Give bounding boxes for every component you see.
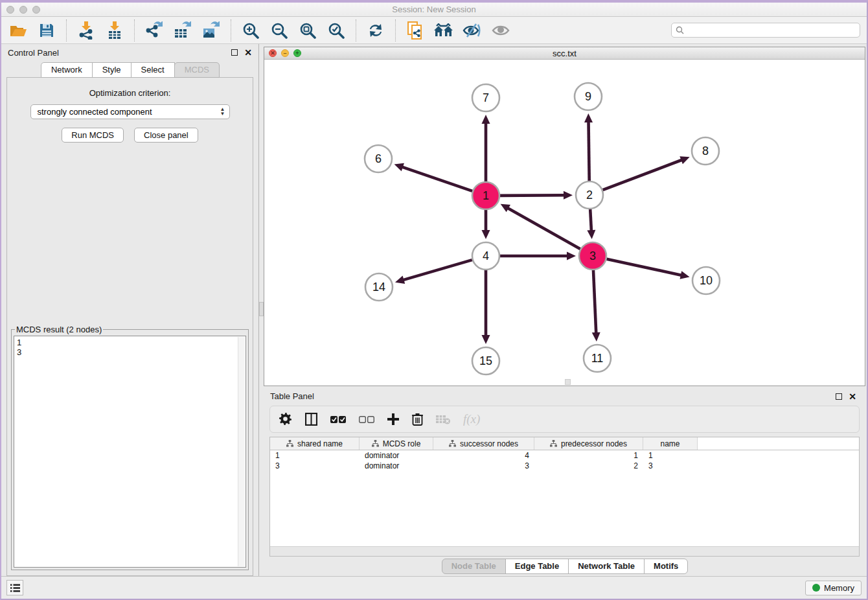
open-session-icon[interactable] <box>8 20 29 41</box>
edge-1-6[interactable] <box>402 167 472 191</box>
import-table-icon[interactable] <box>104 20 125 41</box>
toolbar-separator <box>395 19 396 41</box>
svg-text:6: 6 <box>375 152 382 165</box>
edge-arrowhead <box>482 115 490 124</box>
column-header-successor-nodes[interactable]: successor nodes <box>433 437 534 450</box>
graph-node-10[interactable]: 10 <box>692 267 720 294</box>
edge-2-8[interactable] <box>603 159 683 190</box>
edge-2-9[interactable] <box>589 121 589 181</box>
show-all-icon[interactable] <box>490 20 511 41</box>
graph-node-14[interactable]: 14 <box>365 273 393 301</box>
delete-column-icon[interactable] <box>412 413 423 426</box>
cell-shared-name[interactable]: 3 <box>270 461 360 470</box>
edge-arrowhead <box>482 230 490 239</box>
zoom-out-icon[interactable] <box>269 20 290 41</box>
node-table: shared nameMCDS rolesuccessor nodesprede… <box>269 437 860 557</box>
splitter-handle[interactable] <box>259 302 264 316</box>
first-neighbors-icon[interactable] <box>433 20 454 41</box>
table-hscrollbar[interactable] <box>270 546 859 556</box>
cell-name[interactable]: 1 <box>643 451 698 460</box>
svg-text:8: 8 <box>702 144 709 157</box>
graph-node-7[interactable]: 7 <box>472 84 499 111</box>
cell-mcds-role[interactable]: dominator <box>360 461 433 470</box>
search-input[interactable] <box>687 26 856 35</box>
network-graph[interactable]: 7968124314101511 <box>264 60 865 385</box>
cell-successor-nodes[interactable]: 4 <box>433 451 534 460</box>
memory-button[interactable]: Memory <box>805 581 862 595</box>
tab-edge-table[interactable]: Edge Table <box>505 559 569 574</box>
gear-icon[interactable] <box>279 413 292 426</box>
float-panel-icon[interactable] <box>231 49 238 56</box>
float-table-panel-icon[interactable] <box>836 393 842 400</box>
table-row[interactable]: 3dominator323 <box>270 461 859 471</box>
cell-successor-nodes[interactable]: 3 <box>433 461 534 470</box>
edge-arrowhead <box>592 332 600 341</box>
add-column-icon[interactable] <box>387 413 399 425</box>
control-panel: Control Panel ✕ NetworkStyleSelectMCDS O… <box>1 44 259 576</box>
zoom-selected-icon[interactable] <box>326 20 347 41</box>
task-history-button[interactable] <box>6 580 23 595</box>
tab-select[interactable]: Select <box>131 62 175 78</box>
zoom-in-icon[interactable] <box>240 20 261 41</box>
graph-node-8[interactable]: 8 <box>692 137 719 165</box>
graph-node-9[interactable]: 9 <box>575 83 602 110</box>
edge-arrowhead <box>680 271 690 279</box>
svg-text:14: 14 <box>372 281 385 294</box>
edge-3-11[interactable] <box>593 270 596 334</box>
graph-node-4[interactable]: 4 <box>472 242 499 270</box>
export-image-icon[interactable] <box>201 20 222 41</box>
edge-4-14[interactable] <box>402 260 472 280</box>
import-network-icon[interactable] <box>76 20 97 41</box>
cell-mcds-role[interactable]: dominator <box>360 451 433 460</box>
close-table-panel-icon[interactable]: ✕ <box>849 393 856 400</box>
network-canvas[interactable]: 7968124314101511 <box>264 60 865 386</box>
export-table-icon[interactable] <box>172 20 193 41</box>
duplicate-network-icon[interactable] <box>405 20 426 41</box>
deselect-all-columns-icon[interactable] <box>359 415 374 424</box>
cell-name[interactable]: 3 <box>643 461 698 470</box>
column-header-shared-name[interactable]: shared name <box>270 437 360 450</box>
run-mcds-button[interactable]: Run MCDS <box>62 128 124 143</box>
edge-3-1[interactable] <box>507 208 580 249</box>
column-header-name[interactable]: name <box>643 437 698 450</box>
column-header-predecessor-nodes[interactable]: predecessor nodes <box>534 437 643 450</box>
tab-node-table[interactable]: Node Table <box>442 559 506 574</box>
graph-node-11[interactable]: 11 <box>584 345 611 372</box>
mcds-result-text[interactable]: 1 3 <box>14 336 246 568</box>
graph-node-15[interactable]: 15 <box>472 347 499 375</box>
edge-1-2[interactable] <box>500 195 565 196</box>
tab-network-table[interactable]: Network Table <box>568 559 645 574</box>
export-network-icon[interactable] <box>144 20 165 41</box>
canvas-scroll-handle[interactable] <box>565 379 571 385</box>
tab-motifs[interactable]: Motifs <box>644 559 688 574</box>
memory-status-icon <box>812 584 820 592</box>
table-row[interactable]: 1dominator411 <box>270 450 859 461</box>
svg-text:10: 10 <box>700 274 713 287</box>
panel-splitter[interactable] <box>259 44 264 576</box>
edge-3-10[interactable] <box>606 259 681 275</box>
result-scrollbar[interactable] <box>238 337 245 566</box>
tab-style[interactable]: Style <box>92 62 131 78</box>
graph-node-3[interactable]: 3 <box>579 242 606 270</box>
save-session-icon[interactable] <box>36 20 57 41</box>
tab-mcds[interactable]: MCDS <box>174 62 220 78</box>
select-all-columns-icon[interactable] <box>330 415 346 424</box>
hide-selected-icon[interactable] <box>462 20 483 41</box>
network-window-titlebar[interactable]: ✕ – + scc.txt <box>264 47 865 60</box>
zoom-fit-icon[interactable] <box>297 20 318 41</box>
cell-predecessor-nodes[interactable]: 1 <box>534 451 643 460</box>
svg-text:3: 3 <box>589 249 596 262</box>
cell-shared-name[interactable]: 1 <box>270 451 360 460</box>
close-panel-button[interactable]: Close panel <box>134 128 198 143</box>
column-view-icon[interactable] <box>305 413 317 426</box>
criterion-select[interactable]: strongly connected component ▲▼ <box>30 104 230 119</box>
tab-network[interactable]: Network <box>41 62 93 78</box>
close-panel-icon[interactable]: ✕ <box>244 49 252 56</box>
graph-node-2[interactable]: 2 <box>576 181 603 209</box>
cell-predecessor-nodes[interactable]: 2 <box>534 461 643 470</box>
graph-node-1[interactable]: 1 <box>472 182 499 209</box>
graph-node-6[interactable]: 6 <box>365 145 392 172</box>
refresh-icon[interactable] <box>365 20 386 41</box>
column-header-mcds-role[interactable]: MCDS role <box>360 437 433 450</box>
edge-2-3[interactable] <box>590 209 591 231</box>
